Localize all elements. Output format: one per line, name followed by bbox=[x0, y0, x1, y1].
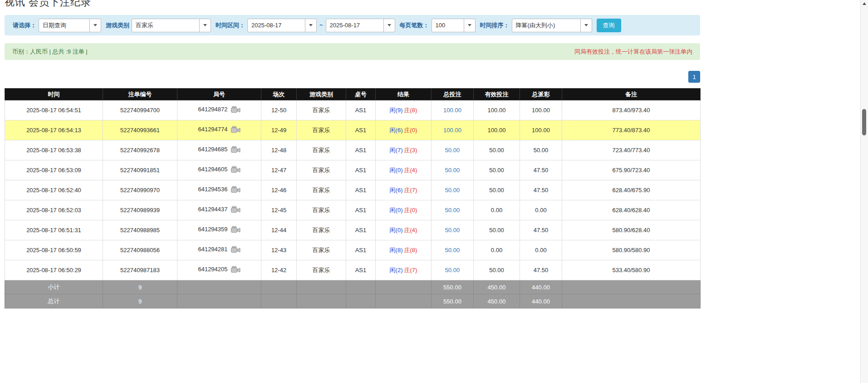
cell-valid-bet: 50.00 bbox=[474, 160, 520, 180]
video-replay-icon[interactable] bbox=[231, 246, 240, 254]
cell-table-no: AS1 bbox=[346, 240, 376, 260]
cell-valid-bet: 50.00 bbox=[474, 220, 520, 240]
date-from-dropdown-button[interactable] bbox=[305, 19, 317, 32]
total-label: 总计 bbox=[5, 294, 103, 308]
cell-game-type: 百家乐 bbox=[297, 140, 346, 160]
total-bet-link[interactable]: 50.00 bbox=[445, 227, 460, 234]
page-button-1[interactable]: 1 bbox=[688, 71, 700, 83]
cell-remark: 628.40/675.90 bbox=[562, 180, 701, 200]
cell-total-bet: 50.00 bbox=[432, 180, 474, 200]
cell-time: 2025-08-17 06:50:59 bbox=[5, 240, 103, 260]
cell-payout: 50.00 bbox=[520, 140, 562, 160]
subtotal-payout: 440.00 bbox=[520, 280, 562, 294]
cell-session: 12-42 bbox=[261, 260, 297, 280]
round-id-text: 641294605 bbox=[198, 166, 227, 173]
chevron-down-icon bbox=[203, 24, 207, 26]
time-sort-input[interactable] bbox=[512, 19, 581, 32]
col-header-total-bet: 总投注 bbox=[432, 89, 474, 100]
cell-bet-id: 522740988056 bbox=[103, 240, 177, 260]
search-button[interactable]: 查询 bbox=[597, 19, 621, 32]
cell-total-bet: 100.00 bbox=[432, 120, 474, 140]
result-banker: 庄(0) bbox=[404, 127, 417, 134]
cell-round-id: 641294774 bbox=[177, 120, 261, 140]
table-row: 2025-08-17 06:50:59 522740988056 6412942… bbox=[5, 240, 701, 260]
result-banker: 庄(4) bbox=[404, 227, 417, 234]
cell-remark: 675.90/723.40 bbox=[562, 160, 701, 180]
cell-bet-id: 522740993661 bbox=[103, 120, 177, 140]
cell-time: 2025-08-17 06:51:31 bbox=[5, 220, 103, 240]
table-row: 2025-08-17 06:53:09 522740991851 6412946… bbox=[5, 160, 701, 180]
video-replay-icon[interactable] bbox=[231, 206, 240, 214]
video-replay-icon[interactable] bbox=[231, 126, 240, 134]
page-size-input[interactable] bbox=[432, 19, 464, 32]
date-to-dropdown-button[interactable] bbox=[384, 19, 395, 32]
result-banker: 庄(8) bbox=[404, 247, 417, 254]
cell-round-id: 641294205 bbox=[177, 260, 261, 280]
cell-bet-id: 522740990970 bbox=[103, 180, 177, 200]
cell-round-id: 641294536 bbox=[177, 180, 261, 200]
round-id-text: 641294872 bbox=[198, 106, 227, 113]
result-player: 闲(9) bbox=[390, 107, 403, 114]
scrollbar[interactable] bbox=[860, 0, 868, 383]
select-type-input[interactable] bbox=[39, 19, 90, 32]
total-bet-link[interactable]: 50.00 bbox=[445, 187, 460, 194]
game-type-dropdown-button[interactable] bbox=[200, 19, 211, 32]
page-title: 视讯 会员下注纪录 bbox=[5, 0, 91, 9]
video-replay-icon[interactable] bbox=[231, 266, 240, 274]
video-replay-icon[interactable] bbox=[231, 106, 240, 114]
date-to-combobox bbox=[326, 19, 395, 32]
cell-total-bet: 50.00 bbox=[432, 160, 474, 180]
game-type-input[interactable] bbox=[132, 19, 200, 32]
result-player: 闲(7) bbox=[390, 147, 403, 154]
round-id-text: 641294437 bbox=[198, 206, 227, 213]
cell-remark: 773.40/873.40 bbox=[562, 120, 701, 140]
cell-round-id: 641294281 bbox=[177, 240, 261, 260]
select-type-dropdown-button[interactable] bbox=[90, 19, 101, 32]
cell-remark: 580.90/628.40 bbox=[562, 220, 701, 240]
time-sort-dropdown-button[interactable] bbox=[581, 19, 592, 32]
round-id-text: 641294685 bbox=[198, 146, 227, 153]
select-type-label: 请选择： bbox=[13, 21, 36, 30]
total-payout: 440.00 bbox=[520, 294, 562, 308]
total-bet-link[interactable]: 100.00 bbox=[443, 107, 461, 114]
total-bet-link[interactable]: 50.00 bbox=[445, 147, 460, 154]
cell-time: 2025-08-17 06:53:38 bbox=[5, 140, 103, 160]
date-from-input[interactable] bbox=[247, 19, 305, 32]
cell-result: 闲(6)庄(0) bbox=[376, 120, 432, 140]
total-bet-link[interactable]: 50.00 bbox=[445, 207, 460, 214]
video-replay-icon[interactable] bbox=[231, 146, 240, 154]
cell-total-bet: 50.00 bbox=[432, 220, 474, 240]
cell-time: 2025-08-17 06:53:09 bbox=[5, 160, 103, 180]
page-size-dropdown-button[interactable] bbox=[464, 19, 476, 32]
table-row: 2025-08-17 06:50:29 522740987183 6412942… bbox=[5, 260, 701, 280]
result-player: 闲(6) bbox=[390, 127, 403, 134]
subtotal-row: 小计 9 550.00 450.00 440.00 bbox=[5, 280, 701, 294]
total-bet-link[interactable]: 50.00 bbox=[445, 247, 460, 254]
cell-round-id: 641294437 bbox=[177, 200, 261, 220]
cell-time: 2025-08-17 06:52:40 bbox=[5, 180, 103, 200]
cell-total-bet: 50.00 bbox=[432, 260, 474, 280]
total-bet-link[interactable]: 50.00 bbox=[445, 267, 460, 274]
cell-remark: 873.40/973.40 bbox=[562, 100, 701, 120]
date-to-input[interactable] bbox=[326, 19, 384, 32]
time-sort-combobox bbox=[512, 19, 592, 32]
cell-payout: 100.00 bbox=[520, 120, 562, 140]
total-bet-link[interactable]: 100.00 bbox=[443, 127, 461, 134]
video-replay-icon[interactable] bbox=[231, 166, 240, 174]
cell-payout: 47.50 bbox=[520, 220, 562, 240]
cell-payout: 47.50 bbox=[520, 260, 562, 280]
video-replay-icon[interactable] bbox=[231, 186, 240, 194]
result-banker: 庄(8) bbox=[404, 107, 417, 114]
table-row: 2025-08-17 06:54:13 522740993661 6412947… bbox=[5, 120, 701, 140]
scroll-up-arrow-icon[interactable] bbox=[863, 2, 866, 5]
cell-table-no: AS1 bbox=[346, 160, 376, 180]
total-bet-link[interactable]: 50.00 bbox=[445, 167, 460, 174]
cell-session: 12-48 bbox=[261, 140, 297, 160]
col-header-remark: 备注 bbox=[562, 89, 701, 100]
video-replay-icon[interactable] bbox=[231, 226, 240, 234]
round-id-text: 641294774 bbox=[198, 126, 227, 133]
cell-valid-bet: 0.00 bbox=[474, 200, 520, 220]
scrollbar-thumb[interactable] bbox=[862, 109, 866, 135]
cell-payout: 0.00 bbox=[520, 240, 562, 260]
cell-result: 闲(0)庄(4) bbox=[376, 220, 432, 240]
